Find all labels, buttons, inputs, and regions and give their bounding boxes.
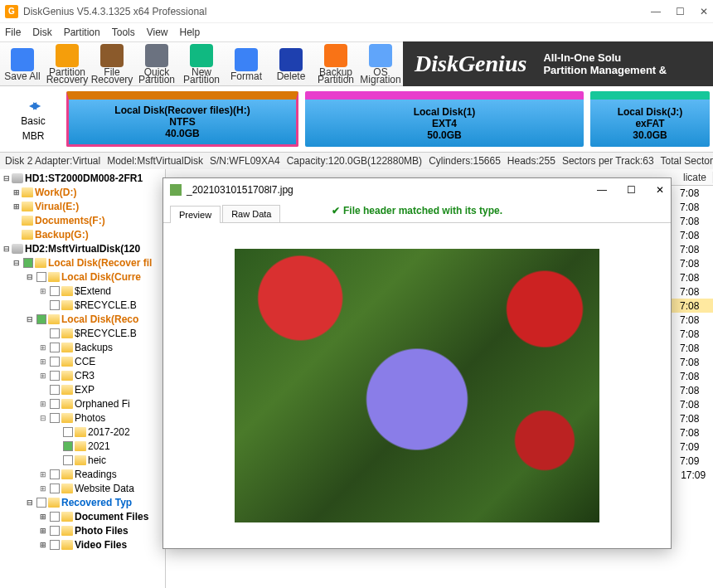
expand-icon[interactable]: ⊟ — [25, 315, 35, 323]
tree-item[interactable]: 2021 — [0, 439, 165, 453]
tree-item[interactable]: ⊞Backups — [0, 340, 165, 354]
tree-item[interactable]: $RECYCLE.B — [0, 298, 165, 312]
tree-item[interactable]: ⊞Document Files — [0, 509, 165, 523]
toolbar-format[interactable]: Format — [224, 41, 269, 86]
maximize-button[interactable]: ☐ — [676, 6, 685, 17]
checkbox[interactable] — [63, 441, 73, 451]
tree-item[interactable]: 2017-202 — [0, 425, 165, 439]
checkbox[interactable] — [36, 498, 46, 508]
expand-icon[interactable]: ⊞ — [38, 484, 48, 493]
expand-icon[interactable]: ⊟ — [38, 414, 48, 422]
expand-icon[interactable]: ⊟ — [2, 245, 12, 253]
checkbox[interactable] — [36, 272, 46, 282]
tree-item[interactable]: ⊟Local Disk(Curre — [0, 270, 165, 284]
expand-icon[interactable]: ⊞ — [38, 541, 48, 549]
menu-tools[interactable]: Tools — [112, 27, 135, 38]
checkbox[interactable] — [50, 300, 60, 310]
tree-item[interactable]: ⊟Local Disk(Recover fil — [0, 255, 165, 270]
expand-icon[interactable]: ⊞ — [38, 372, 48, 380]
checkbox[interactable] — [50, 526, 60, 536]
expand-icon[interactable]: ⊟ — [2, 174, 12, 182]
tree-item[interactable]: ⊞$Extend — [0, 284, 165, 298]
tree-item[interactable]: ⊟Photos — [0, 411, 165, 425]
toolbar-delete[interactable]: Delete — [269, 41, 313, 86]
expand-icon[interactable]: ⊞ — [38, 343, 48, 352]
preview-maximize-button[interactable]: ☐ — [627, 184, 636, 196]
menu-disk[interactable]: Disk — [32, 27, 51, 38]
expand-icon[interactable]: ⊟ — [25, 498, 35, 507]
expand-icon[interactable]: ⊟ — [25, 273, 35, 281]
close-button[interactable]: ✕ — [700, 6, 708, 17]
toolbar-new-partition[interactable]: New Partition — [179, 41, 224, 86]
toolbar-save-all[interactable]: Save All — [0, 41, 45, 86]
folder-icon — [61, 512, 73, 522]
checkbox[interactable] — [63, 455, 73, 465]
toolbar-quick-partition[interactable]: Quick Partition — [134, 41, 179, 86]
preview-close-button[interactable]: ✕ — [656, 184, 664, 196]
disk-type-line2: MBR — [22, 130, 45, 142]
checkbox[interactable] — [50, 385, 60, 395]
checkbox[interactable] — [63, 427, 73, 437]
checkbox[interactable] — [50, 328, 60, 338]
col-duplicate[interactable]: licate — [680, 172, 713, 183]
tab-raw-data[interactable]: Raw Data — [222, 205, 280, 222]
preview-minimize-button[interactable]: — — [597, 184, 607, 196]
partition-block[interactable]: Local Disk(J:)exFAT30.0GB — [590, 91, 710, 147]
tree-item[interactable]: $RECYCLE.B — [0, 326, 165, 340]
checkbox[interactable] — [50, 469, 60, 479]
toolbar-file-recovery[interactable]: File Recovery — [90, 41, 134, 86]
expand-icon[interactable]: ⊞ — [12, 202, 22, 211]
minimize-button[interactable]: — — [651, 6, 661, 17]
tree-item[interactable]: ⊟HD1:ST2000DM008-2FR1 — [0, 171, 165, 185]
tree-item[interactable]: heic — [0, 453, 165, 467]
tree-item[interactable]: Documents(F:) — [0, 213, 165, 227]
checkbox[interactable] — [50, 357, 60, 367]
tab-preview[interactable]: Preview — [170, 206, 221, 223]
preview-titlebar[interactable]: _20210310151708l7.jpg — ☐ ✕ — [163, 178, 671, 202]
tree-item[interactable]: ⊞Virual(E:) — [0, 199, 165, 213]
expand-icon[interactable]: ⊞ — [38, 513, 48, 521]
checkbox[interactable] — [50, 540, 60, 550]
menu-view[interactable]: View — [147, 27, 168, 38]
checkbox[interactable] — [50, 343, 60, 352]
toolbar-backup-partition[interactable]: Backup Partition — [313, 41, 358, 86]
tree-item[interactable]: ⊞Photo Files — [0, 523, 165, 537]
checkbox[interactable] — [50, 413, 60, 423]
expand-icon[interactable]: ⊟ — [12, 259, 22, 267]
tree-item[interactable]: ⊞Orphaned Fi — [0, 396, 165, 411]
partition-block[interactable]: Local Disk(Recover files)(H:)NTFS40.0GB — [66, 91, 298, 147]
expand-icon[interactable]: ⊞ — [12, 188, 22, 197]
menu-file[interactable]: File — [5, 27, 21, 38]
checkbox[interactable] — [23, 258, 33, 268]
expand-icon[interactable]: ⊞ — [38, 400, 48, 408]
expand-icon[interactable]: ⊞ — [38, 287, 48, 295]
expand-icon[interactable]: ⊞ — [38, 470, 48, 479]
tree-item[interactable]: ⊞Readings — [0, 467, 165, 481]
next-disk-button[interactable]: ▶ — [33, 100, 37, 111]
toolbar-os-migration[interactable]: OS Migration — [358, 41, 403, 86]
checkbox[interactable] — [50, 484, 60, 493]
tree-item[interactable]: Backup(G:) — [0, 227, 165, 241]
tree-item[interactable]: EXP — [0, 382, 165, 396]
checkbox[interactable] — [36, 314, 46, 324]
toolbar-partition-recovery[interactable]: Partition Recovery — [45, 41, 90, 86]
tree-item[interactable]: ⊞Work(D:) — [0, 185, 165, 199]
expand-icon[interactable]: ⊞ — [38, 527, 48, 535]
tree-item[interactable]: ⊟Recovered Typ — [0, 495, 165, 509]
tree-item[interactable]: ⊟HD2:MsftVirtualDisk(120 — [0, 241, 165, 255]
status-spt: Sectors per Track:63 — [562, 155, 654, 167]
tree-item[interactable]: ⊞Website Data — [0, 481, 165, 495]
menu-partition[interactable]: Partition — [64, 27, 100, 38]
checkbox[interactable] — [50, 371, 60, 381]
tree-item[interactable]: ⊟Local Disk(Reco — [0, 312, 165, 326]
menu-help[interactable]: Help — [180, 27, 201, 38]
checkbox[interactable] — [50, 512, 60, 522]
expand-icon[interactable]: ⊞ — [38, 357, 48, 366]
partition-block[interactable]: Local Disk(1)EXT450.0GB — [305, 91, 584, 147]
checkbox[interactable] — [50, 399, 60, 409]
directory-tree[interactable]: ⊟HD1:ST2000DM008-2FR1⊞Work(D:)⊞Virual(E:… — [0, 169, 166, 588]
tree-item[interactable]: ⊞CCE — [0, 354, 165, 368]
tree-item[interactable]: ⊞CR3 — [0, 368, 165, 382]
checkbox[interactable] — [50, 286, 60, 296]
tree-item[interactable]: ⊞Video Files — [0, 537, 165, 552]
